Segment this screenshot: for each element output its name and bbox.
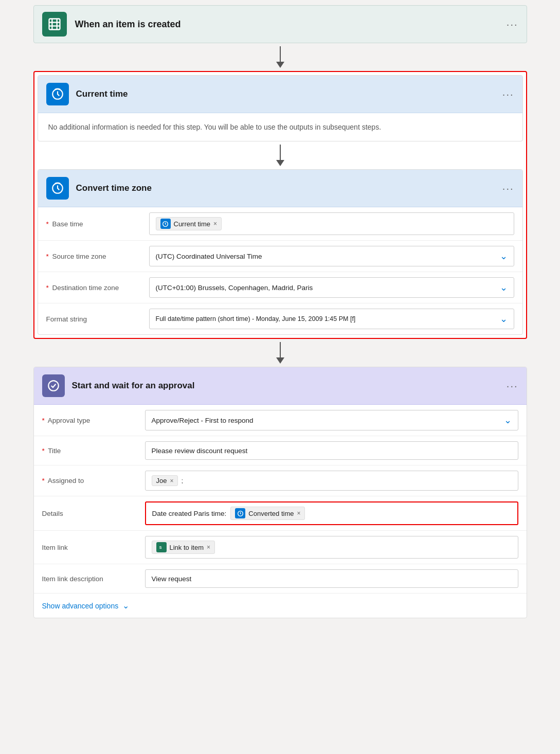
current-time-title: Current time [76,89,502,99]
item-link-chip-icon: S [156,542,167,552]
base-time-label: * Base time [46,220,149,228]
approval-type-chevron: ⌄ [504,415,512,426]
base-time-row: * Base time Current time × [38,207,522,241]
arrow-line [280,46,281,62]
convert-time-title: Convert time zone [76,183,502,193]
arrow-connector-2 [276,141,284,169]
trigger-title: When an item is created [75,19,507,30]
approval-type-row: * Approval type Approve/Reject - First t… [34,405,527,436]
show-advanced-button[interactable]: Show advanced options ⌄ [34,594,527,618]
item-link-desc-label: Item link description [42,575,145,583]
current-time-more-button[interactable]: ··· [502,88,514,100]
title-input[interactable]: Please review discount request [145,441,518,460]
trigger-block: When an item is created ··· [33,5,527,43]
arrow-line-3 [280,342,281,357]
approval-icon [42,374,65,397]
current-time-body: No additional information is needed for … [38,113,522,141]
svg-rect-0 [49,19,60,30]
chip-clock-icon [160,219,171,229]
details-chip-close[interactable]: × [297,510,300,517]
svg-text:S: S [159,546,162,549]
assigned-semicolon: ; [181,477,183,484]
approval-card: Start and wait for an approval ··· * App… [33,367,527,618]
item-link-desc-input[interactable]: View request [145,569,518,588]
item-link-row: Item link S Link to item × [34,531,527,564]
base-time-chip-close[interactable]: × [213,220,217,227]
item-link-chip-close[interactable]: × [207,544,210,551]
trigger-icon [42,12,67,37]
assigned-input[interactable]: Joe × ; [145,471,518,491]
format-string-dropdown[interactable]: Full date/time pattern (short time) - Mo… [149,309,514,329]
arrow-connector-3 [276,339,284,367]
arrow-head [276,62,284,68]
details-chip: Converted time × [230,507,305,520]
current-time-info: No additional information is needed for … [48,121,512,133]
show-advanced-label: Show advanced options [42,602,119,610]
details-input[interactable]: Date created Paris time: Converted time … [145,501,518,525]
dest-tz-dropdown[interactable]: (UTC+01:00) Brussels, Copenhagen, Madrid… [149,277,514,298]
assigned-chip-close[interactable]: × [170,477,173,484]
approval-title: Start and wait for an approval [72,381,507,391]
convert-time-icon [46,177,69,200]
source-tz-row: * Source time zone (UTC) Coordinated Uni… [38,241,522,272]
convert-time-card: Convert time zone ··· * Base time [38,169,523,335]
item-link-desc-row: Item link description View request [34,564,527,594]
assigned-row: * Assigned to Joe × ; [34,465,527,496]
format-string-label: Format string [46,315,149,323]
svg-point-8 [48,381,59,391]
source-tz-dropdown[interactable]: (UTC) Coordinated Universal Time ⌄ [149,246,514,266]
current-time-header: Current time ··· [38,76,522,113]
format-string-row: Format string Full date/time pattern (sh… [38,303,522,334]
current-time-card: Current time ··· No additional informati… [38,75,523,141]
details-chip-icon [235,508,245,518]
format-chevron: ⌄ [500,313,508,325]
convert-time-more-button[interactable]: ··· [502,183,514,194]
approval-type-label: * Approval type [42,417,145,424]
current-time-icon [46,83,69,105]
base-time-input[interactable]: Current time × [149,212,514,235]
item-link-label: Item link [42,544,145,551]
assigned-label: * Assigned to [42,477,145,484]
dest-tz-row: * Destination time zone (UTC+01:00) Brus… [38,272,522,303]
base-time-chip: Current time × [156,217,222,230]
arrow-connector-1 [276,43,284,71]
source-tz-chevron: ⌄ [500,250,508,262]
source-tz-label: * Source time zone [46,253,149,260]
arrow-head-3 [276,357,284,364]
approval-type-dropdown[interactable]: Approve/Reject - First to respond ⌄ [145,410,518,430]
dest-tz-label: * Destination time zone [46,284,149,292]
show-advanced-chevron: ⌄ [122,601,129,611]
item-link-chip: S Link to item × [152,541,215,554]
approval-header: Start and wait for an approval ··· [34,367,527,405]
details-row: Details Date created Paris time: Convert… [34,496,527,531]
trigger-more-button[interactable]: ··· [507,19,518,30]
red-border-section: Current time ··· No additional informati… [33,71,527,339]
dest-tz-chevron: ⌄ [500,282,508,293]
title-label: * Title [42,447,145,455]
arrow-line-2 [280,145,281,160]
details-label: Details [42,510,145,517]
title-row: * Title Please review discount request [34,436,527,465]
item-link-input[interactable]: S Link to item × [145,536,518,559]
arrow-head-2 [276,160,284,166]
approval-more-button[interactable]: ··· [507,380,518,392]
assigned-chip: Joe × [152,475,178,486]
convert-time-header: Convert time zone ··· [38,170,522,207]
